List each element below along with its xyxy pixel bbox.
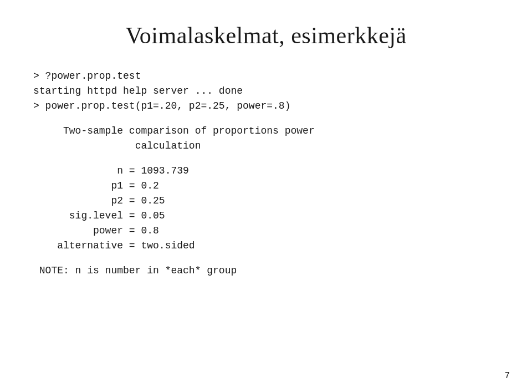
code-line-6: calculation [33,139,499,154]
code-line-13: alternative = two.sided [33,238,499,253]
code-line-1: > ?power.prop.test [33,69,499,84]
page-container: Voimalaskelmat, esimerkkejä > ?power.pro… [0,0,532,392]
code-line-15: NOTE: n is number in *each* group [33,263,499,278]
spacer-2 [33,154,499,164]
code-block: > ?power.prop.test starting httpd help s… [33,69,499,278]
spacer-1 [33,114,499,124]
code-line-9: p1 = 0.2 [33,179,499,194]
spacer-3 [33,253,499,263]
code-line-2: starting httpd help server ... done [33,84,499,99]
slide-title: Voimalaskelmat, esimerkkejä [33,22,499,49]
code-line-3: > power.prop.test(p1=.20, p2=.25, power=… [33,99,499,114]
code-line-10: p2 = 0.25 [33,194,499,208]
code-line-8: n = 1093.739 [33,164,499,179]
page-number: 7 [504,371,510,381]
code-line-11: sig.level = 0.05 [33,208,499,223]
code-line-5: Two-sample comparison of proportions pow… [33,124,499,139]
code-line-12: power = 0.8 [33,223,499,238]
